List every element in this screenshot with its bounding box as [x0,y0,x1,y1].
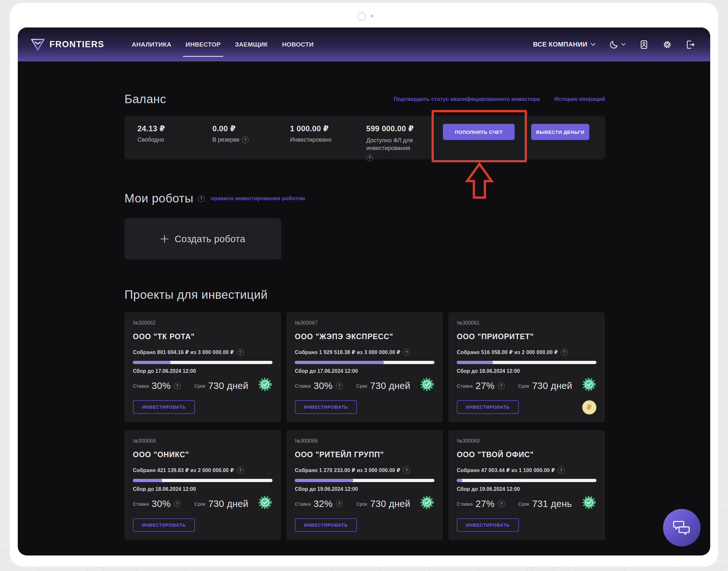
invest-button[interactable]: ИНВЕСТИРОВАТЬ [457,400,519,414]
moon-icon [609,40,619,49]
company-selector-label: ВСЕ КОМПАНИИ [533,41,587,48]
device-frame: FRONTIERS АНАЛИТИКА ИНВЕСТОР ЗАЕМЩИК НОВ… [10,3,718,566]
camera-dot [370,15,373,17]
company-selector[interactable]: ВСЕ КОМПАНИИ [533,41,595,48]
rate-value: 32% [314,498,333,509]
project-collected: Собрано 516 058.00 ₽ из 2 000 000.00 ₽ [457,349,558,355]
nav-borrower[interactable]: ЗАЕМЩИК [235,41,268,48]
projects-title: Проекты для инвестиций [124,288,605,302]
info-icon[interactable]: ? [242,136,249,143]
logout-button[interactable] [686,40,695,49]
stat-value: 0.00 ₽ [212,124,249,133]
balance-links: Подтвердить статус квалифицированного ин… [394,96,605,103]
robots-title: Мои роботы [124,192,193,205]
qualified-status-link[interactable]: Подтвердить статус квалифицированного ин… [394,96,540,103]
invest-button[interactable]: ИНВЕСТИРОВАТЬ [295,400,357,414]
stat-reserved: 0.00 ₽ В резерве ? [212,124,249,143]
rate-label: Ставка [133,501,149,507]
project-card: №300067 ООО "ЖЭПЭ ЭКСПРЕСС" Собрано 1 92… [286,312,443,422]
project-card: №300069 ООО "ТВОЙ ОФИС" Собрано 47 003.4… [448,430,605,540]
info-icon[interactable]: ? [174,500,181,507]
balance-panel: 24.13 ₽ Свободно 0.00 ₽ В резерве ? 1 00… [124,116,605,159]
verified-badge-icon [419,495,435,511]
robot-rules-link[interactable]: правила инвестирования роботом [211,195,305,202]
frontiers-logo-icon [31,38,45,51]
info-icon[interactable]: ? [558,467,565,474]
nav-analytics[interactable]: АНАЛИТИКА [132,41,172,48]
rate-value: 27% [476,380,495,391]
withdraw-button[interactable]: ВЫВЕСТИ ДЕНЬГИ [531,124,589,140]
project-number: №300067 [295,320,435,326]
stat-label: Доступно ФЛ для инвестирования [366,136,423,152]
info-icon[interactable]: ? [198,195,205,202]
invest-button[interactable]: ИНВЕСТИРОВАТЬ [457,518,519,532]
info-icon[interactable]: ? [336,382,343,389]
question-glyph: ? [239,350,241,355]
term-value: 730 дней [370,380,410,391]
projects-section: Проекты для инвестиций №300062 ООО "ТК Р… [124,288,605,553]
question-glyph: ? [500,502,502,506]
operations-history-link[interactable]: История операций [555,96,605,103]
verified-badge-icon [582,495,596,511]
stat-free: 24.13 ₽ Свободно [137,124,165,143]
project-terms: Ставка 27% ? Срок 731 день [457,498,596,509]
info-icon[interactable]: ? [561,349,568,356]
info-icon[interactable]: ? [336,500,343,507]
question-glyph: ? [369,155,371,160]
app-screen: FRONTIERS АНАЛИТИКА ИНВЕСТОР ЗАЕМЩИК НОВ… [18,27,710,556]
progress-fill [457,479,462,482]
term-label: Срок [356,383,367,389]
profile-button[interactable] [639,40,649,49]
question-glyph: ? [200,196,202,201]
project-number: №300062 [133,320,272,326]
theme-toggle[interactable] [609,40,625,49]
question-glyph: ? [405,350,408,355]
chat-button[interactable] [663,509,701,546]
invest-button[interactable]: ИНВЕСТИРОВАТЬ [133,400,195,414]
progress-fill [133,479,162,482]
info-icon[interactable]: ? [498,382,505,389]
project-collected: Собрано 1 929 518.38 ₽ из 3 000 000.00 ₽ [295,349,400,355]
info-icon[interactable]: ? [237,467,244,474]
stat-invested: 1 000.00 ₽ Инвестировано [290,124,332,143]
info-icon[interactable]: ? [366,154,373,161]
invest-button[interactable]: ИНВЕСТИРОВАТЬ [133,518,195,532]
verified-badge-icon [582,377,596,393]
nav-investor[interactable]: ИНВЕСТОР [186,41,221,48]
balance-section: Баланс Подтвердить статус квалифицирован… [124,62,605,159]
rate-label: Ставка [457,501,473,507]
info-icon[interactable]: ? [403,467,410,474]
info-icon[interactable]: ? [403,349,410,356]
progress-bar [133,361,272,364]
project-number: №300061 [457,320,596,326]
stat-label: Инвестировано [290,136,332,143]
project-collected: Собрано 421 139.83 ₽ из 2 000 000.00 ₽ [133,467,234,473]
invest-button[interactable]: ИНВЕСТИРОВАТЬ [295,518,357,532]
nav-news[interactable]: НОВОСТИ [282,41,314,48]
brand-name: FRONTIERS [49,39,104,49]
term-label: Срок [194,501,205,507]
rate-value: 30% [152,498,171,509]
term-value: 730 дней [532,380,572,391]
project-card: №300061 ООО "ПРИОРИТЕТ" Собрано 516 058.… [448,312,605,422]
stat-value: 599 000.00 ₽ [366,124,423,133]
question-glyph: ? [239,468,241,473]
rate-value: 30% [152,380,171,391]
project-company-name: ООО "РИТЕЙЛ ГРУПП" [295,450,435,459]
info-icon[interactable]: ? [174,382,181,389]
verified-badge-icon [258,495,272,511]
project-company-name: ООО "ТВОЙ ОФИС" [457,450,596,459]
settings-button[interactable] [662,40,672,49]
main-content: Баланс Подтвердить статус квалифицирован… [124,62,605,553]
project-deadline: Сбор до 18.06.2024 12:00 [133,486,272,492]
term-value: 730 дней [208,380,248,391]
info-icon[interactable]: ? [498,500,505,507]
info-icon[interactable]: ? [237,349,244,356]
question-glyph: ? [244,138,246,142]
deposit-button[interactable]: ПОПОЛНИТЬ СЧЕТ [443,124,515,140]
create-robot-button[interactable]: Создать робота [124,218,281,260]
stat-label: Свободно [137,136,164,143]
create-robot-label: Создать робота [174,234,245,244]
id-card-icon [639,40,649,49]
question-glyph: ? [338,502,340,506]
